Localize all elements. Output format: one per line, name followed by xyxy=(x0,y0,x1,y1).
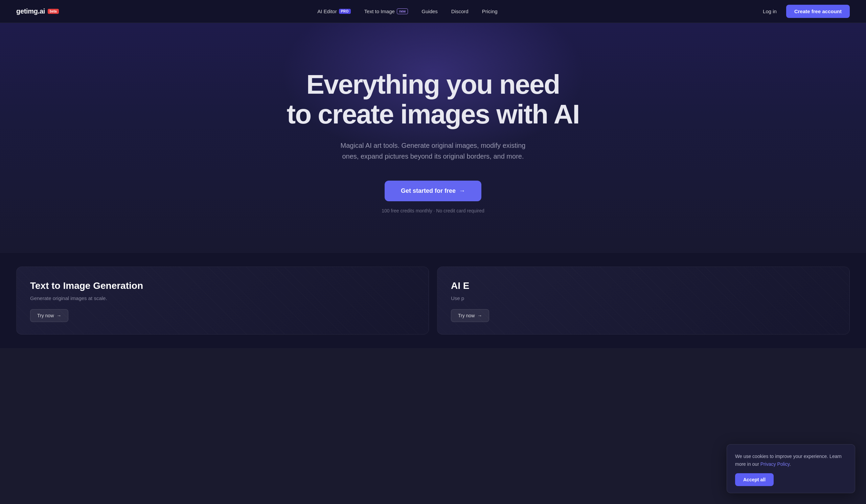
navbar: getimg.ai beta AI Editor PRO Text to Ima… xyxy=(0,0,866,23)
create-account-button[interactable]: Create free account xyxy=(786,5,850,18)
arrow-icon: → xyxy=(459,187,465,194)
accept-cookies-button[interactable]: Accept all xyxy=(735,473,774,486)
cards-section: Text to Image Generation Generate origin… xyxy=(0,253,866,348)
nav-actions: Log in Create free account xyxy=(756,5,850,18)
card-btn-label-text-to-image: Try now xyxy=(37,313,54,318)
arrow-icon: → xyxy=(56,313,61,318)
get-started-button[interactable]: Get started for free → xyxy=(385,181,481,201)
card-title-text-to-image: Text to Image Generation xyxy=(30,280,415,291)
card-text-to-image: Text to Image Generation Generate origin… xyxy=(16,267,429,335)
card-btn-label-ai-editor: Try now xyxy=(458,313,475,318)
cookie-banner: We use cookies to improve your experienc… xyxy=(726,444,855,493)
card-btn-text-to-image[interactable]: Try now → xyxy=(30,309,68,322)
hero-title: Everything you needto create images with… xyxy=(287,70,579,129)
card-btn-ai-editor[interactable]: Try now → xyxy=(451,309,489,322)
logo-text: getimg.ai xyxy=(16,8,45,15)
privacy-policy-link[interactable]: Privacy Policy xyxy=(760,461,790,467)
cookie-period: . xyxy=(790,461,791,467)
logo[interactable]: getimg.ai beta xyxy=(16,8,59,15)
arrow-icon: → xyxy=(477,313,482,318)
new-badge: new xyxy=(397,9,408,14)
nav-links: AI Editor PRO Text to Image new Guides D… xyxy=(312,6,503,17)
nav-item-pricing[interactable]: Pricing xyxy=(477,6,503,17)
pro-badge: PRO xyxy=(339,9,351,14)
nav-label-pricing: Pricing xyxy=(482,9,498,14)
cookie-text: We use cookies to improve your experienc… xyxy=(735,452,847,468)
card-subtitle-text-to-image: Generate original images at scale. xyxy=(30,295,415,301)
nav-item-text-to-image[interactable]: Text to Image new xyxy=(359,6,414,17)
hero-caption: 100 free credits monthly · No credit car… xyxy=(381,208,484,213)
nav-label-ai-editor: AI Editor xyxy=(317,9,337,14)
nav-label-guides: Guides xyxy=(422,9,438,14)
card-ai-editor: AI E Use p Try now → xyxy=(437,267,850,335)
get-started-label: Get started for free xyxy=(401,187,456,194)
nav-item-guides[interactable]: Guides xyxy=(416,6,443,17)
nav-item-discord[interactable]: Discord xyxy=(446,6,474,17)
card-title-ai-editor: AI E xyxy=(451,280,836,291)
nav-label-discord: Discord xyxy=(451,9,468,14)
nav-item-ai-editor[interactable]: AI Editor PRO xyxy=(312,6,356,17)
logo-beta-badge: beta xyxy=(48,9,59,14)
hero-section: Everything you needto create images with… xyxy=(0,23,866,253)
nav-label-text-to-image: Text to Image xyxy=(364,9,395,14)
card-subtitle-ai-editor: Use p xyxy=(451,295,836,301)
login-button[interactable]: Log in xyxy=(756,5,784,18)
hero-subtitle: Magical AI art tools. Generate original … xyxy=(332,140,534,162)
